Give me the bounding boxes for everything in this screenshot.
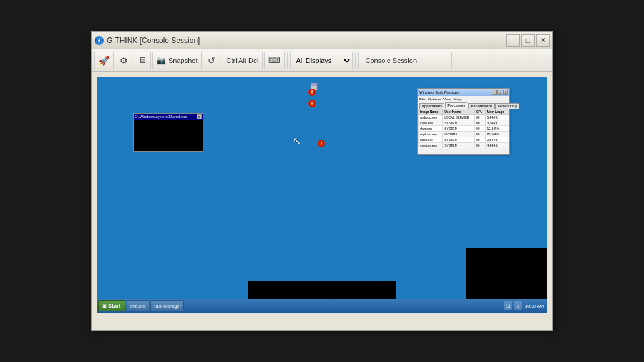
black-overlay-bottom (248, 281, 396, 299)
content-area: ! ! ! C:\Windows\system32\cmd.exe (92, 72, 552, 318)
task-manager-window[interactable]: Windows Task Manager _ □ x File Options … (417, 88, 510, 155)
remote-desktop[interactable]: ! ! ! C:\Windows\system32\cmd.exe (97, 77, 547, 313)
taskbar-buttons: cmd.exe Task Manager (125, 300, 503, 311)
cell-mem: 3,644 K (485, 120, 509, 126)
gear-button[interactable]: ⚙ (115, 52, 132, 69)
monitor-icon: 🖥 (139, 56, 147, 65)
cmd-window[interactable]: C:\Windows\system32\cmd.exe x (133, 113, 203, 152)
display-select[interactable]: All Displays Display 1 Display 2 (290, 52, 353, 69)
cell-user: LOCAL SERVICE (443, 115, 475, 120)
title-bar: G-THINK [Console Session] − □ ✕ (92, 32, 552, 49)
minimize-button[interactable]: − (506, 34, 520, 47)
table-row: services.exe SYSTEM 00 4,444 K (419, 143, 509, 149)
rocket-icon: 🚀 (99, 56, 109, 66)
taskmgr-close[interactable]: x (503, 90, 508, 95)
cell-user: G-THINK (443, 132, 475, 137)
taskmgr-controls: _ □ x (492, 90, 508, 95)
tray-volume-icon: ♪ (514, 301, 522, 310)
col-mem[interactable]: Mem Usage (485, 109, 509, 115)
cell-cpu: 00 (474, 132, 485, 137)
tray-time: 10:30 AM (524, 304, 545, 308)
close-button[interactable]: ✕ (536, 34, 550, 47)
snapshot-button[interactable]: 📷 Snapshot (152, 52, 202, 69)
cell-cpu: 00 (474, 126, 485, 132)
cell-mem: 5,444 K (485, 115, 509, 120)
cell-cpu: 00 (474, 137, 485, 143)
cmd-close-button[interactable]: x (197, 114, 202, 119)
window-title: G-THINK [Console Session] (107, 36, 200, 45)
table-row: explorer.exe G-THINK 00 22,564 K (419, 132, 509, 137)
table-row: audiodg.exe LOCAL SERVICE 00 5,444 K (419, 115, 509, 120)
taskmgr-tabs: Applications Processes Performance Netwo… (418, 102, 509, 109)
col-user[interactable]: User Name (443, 109, 475, 115)
gear-icon: ⚙ (120, 56, 128, 66)
table-row: dwm.exe SYSTEM 00 12,344 K (419, 126, 509, 132)
ctrl-alt-del-label: Ctrl Alt Del (226, 57, 258, 64)
maximize-button[interactable]: □ (521, 34, 535, 47)
refresh-button[interactable]: ↺ (203, 52, 220, 69)
tab-processes[interactable]: Processes (445, 102, 467, 109)
taskmgr-minimize[interactable]: _ (492, 90, 497, 95)
taskmgr-body: Image Name User Name CPU Mem Usage audio… (418, 109, 509, 148)
menu-options[interactable]: Options (428, 97, 441, 101)
keyboard-icon: ⌨ (268, 56, 280, 65)
tab-applications[interactable]: Applications (419, 103, 444, 109)
start-label: Start (108, 303, 121, 309)
svg-point-3 (98, 39, 100, 42)
cell-cpu: 00 (474, 120, 485, 126)
taskmgr-title: Windows Task Manager (419, 90, 459, 94)
snapshot-label: Snapshot (168, 57, 197, 64)
separator2 (355, 53, 356, 68)
taskbar-btn-taskmgr[interactable]: Task Manager (150, 300, 184, 311)
cell-mem: 22,564 K (485, 132, 509, 137)
cell-cpu: 00 (474, 143, 485, 149)
cmd-body (134, 120, 203, 151)
cell-name: csrss.exe (419, 120, 443, 126)
black-overlay-right (466, 248, 547, 299)
red-icon-3: ! (317, 139, 326, 150)
tab-performance[interactable]: Performance (468, 103, 494, 109)
svg-rect-5 (311, 83, 317, 86)
tray-network-icon: ⊟ (504, 301, 512, 310)
monitor-button[interactable]: 🖥 (134, 52, 151, 69)
camera-icon: 📷 (157, 56, 166, 65)
cell-name: services.exe (419, 143, 443, 149)
cell-name: lsass.exe (419, 137, 443, 143)
taskbar-btn-cmd[interactable]: cmd.exe (127, 300, 149, 311)
svg-text:!: ! (311, 89, 313, 95)
ctrl-alt-del-button[interactable]: Ctrl Alt Del (222, 52, 263, 69)
tab-networking[interactable]: Networking (495, 103, 519, 109)
main-window: G-THINK [Console Session] − □ ✕ 🚀 ⚙ 🖥 📷 … (91, 31, 553, 331)
svg-text:!: ! (321, 140, 323, 147)
table-row: lsass.exe SYSTEM 00 2,344 K (419, 137, 509, 143)
rocket-button[interactable]: 🚀 (94, 52, 114, 69)
taskbar-tray: ⊟ ♪ 10:30 AM (502, 301, 546, 310)
cell-name: audiodg.exe (419, 115, 443, 120)
cell-cpu: 00 (474, 115, 485, 120)
cell-name: explorer.exe (419, 132, 443, 137)
menu-view[interactable]: View (443, 97, 451, 101)
windows-icon: ⊞ (102, 303, 107, 309)
cell-user: SYSTEM (443, 137, 475, 143)
title-bar-left: G-THINK [Console Session] (94, 36, 200, 46)
processes-table: Image Name User Name CPU Mem Usage audio… (418, 109, 509, 148)
start-button[interactable]: ⊞ Start (98, 300, 125, 311)
taskmgr-titlebar: Windows Task Manager _ □ x (418, 89, 509, 96)
keyboard-button[interactable]: ⌨ (264, 52, 285, 69)
cell-name: dwm.exe (419, 126, 443, 132)
cell-user: SYSTEM (443, 143, 475, 149)
cmd-titlebar: C:\Windows\system32\cmd.exe x (134, 114, 203, 120)
cell-mem: 12,344 K (485, 126, 509, 132)
cell-mem: 2,344 K (485, 137, 509, 143)
table-row: csrss.exe SYSTEM 00 3,644 K (419, 120, 509, 126)
taskmgr-menu: File Options View Help (418, 96, 509, 102)
taskmgr-maximize[interactable]: □ (497, 90, 502, 95)
col-cpu[interactable]: CPU (474, 109, 485, 115)
title-bar-controls: − □ ✕ (506, 34, 550, 47)
menu-help[interactable]: Help (454, 97, 461, 101)
col-image[interactable]: Image Name (419, 109, 443, 115)
taskbar: ⊞ Start cmd.exe Task Manager ⊟ ♪ 10:30 A… (97, 299, 547, 313)
menu-file[interactable]: File (419, 97, 426, 101)
cell-user: SYSTEM (443, 126, 475, 132)
refresh-icon: ↺ (208, 56, 215, 66)
